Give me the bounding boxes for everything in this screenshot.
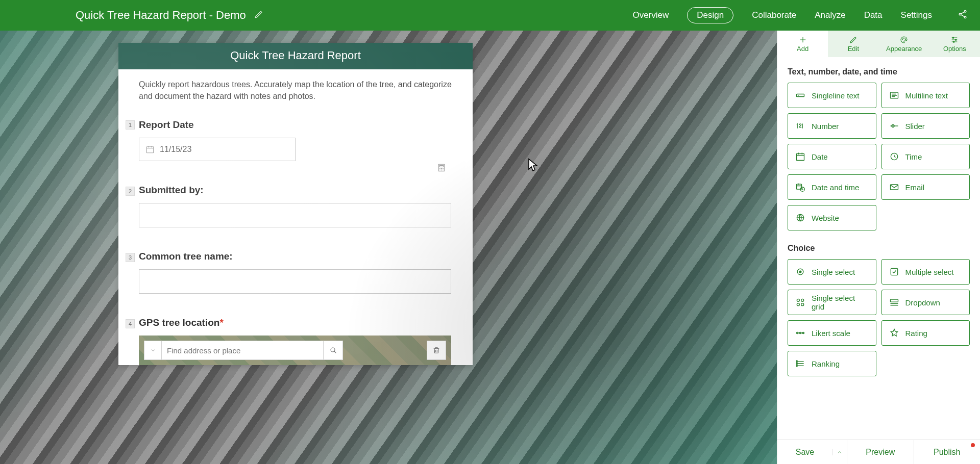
required-mark: * xyxy=(219,317,223,328)
text-input[interactable] xyxy=(139,203,451,227)
question-tree-name[interactable]: 3 Common tree name: xyxy=(139,227,452,294)
fieldtype-number[interactable]: Number xyxy=(788,113,876,139)
top-bar: Quick Tree Hazard Report - Demo Overview… xyxy=(0,0,980,31)
plus-icon xyxy=(799,36,807,44)
map-preview[interactable] xyxy=(139,336,451,365)
date-input[interactable]: 11/15/23 xyxy=(139,138,296,161)
svg-point-25 xyxy=(797,299,799,301)
question-number: 1 xyxy=(126,120,135,130)
fieldtype-single-select-grid[interactable]: Single select grid xyxy=(788,290,876,315)
fieldtype-rating[interactable]: Rating xyxy=(881,320,970,346)
clear-location-icon[interactable] xyxy=(427,341,446,360)
survey-title: Quick Tree Hazard Report - Demo xyxy=(76,9,246,22)
svg-point-9 xyxy=(905,39,905,39)
fieldtype-email[interactable]: Email xyxy=(881,174,970,200)
svg-point-8 xyxy=(903,38,904,38)
panel-tab-options[interactable]: Options xyxy=(929,31,980,57)
svg-point-7 xyxy=(902,39,902,39)
form-description: Quickly report hazardous trees. Accurate… xyxy=(139,79,452,102)
publish-button[interactable]: Publish xyxy=(914,440,981,464)
calendar-icon xyxy=(145,145,155,154)
question-report-date[interactable]: 1 Report Date 11/15/23 xyxy=(139,102,452,161)
svg-rect-5 xyxy=(439,166,444,167)
svg-point-28 xyxy=(801,303,804,306)
fieldtype-date[interactable]: Date xyxy=(788,144,876,169)
svg-point-2 xyxy=(964,16,966,18)
preview-button[interactable]: Preview xyxy=(847,440,914,464)
panel-tab-edit[interactable]: Edit xyxy=(828,31,878,57)
pencil-icon xyxy=(849,36,857,44)
fieldtype-multiline[interactable]: Multiline text xyxy=(881,83,970,108)
question-number: 4 xyxy=(126,319,135,328)
svg-rect-20 xyxy=(890,185,898,190)
map-search-input[interactable] xyxy=(162,341,323,359)
question-label: GPS tree location* xyxy=(139,317,452,328)
mouse-cursor xyxy=(528,158,539,172)
svg-point-12 xyxy=(953,41,955,42)
svg-point-11 xyxy=(955,39,957,40)
nav-design[interactable]: Design xyxy=(687,7,733,23)
panel-body: Text, number, date, and time Singleline … xyxy=(777,57,980,440)
svg-point-0 xyxy=(959,13,961,15)
section-title: Text, number, date, and time xyxy=(788,67,970,76)
form-title: Quick Tree Hazard Report xyxy=(118,43,473,69)
svg-rect-24 xyxy=(891,268,897,275)
fieldtype-dropdown[interactable]: Dropdown xyxy=(881,290,970,315)
svg-rect-29 xyxy=(890,299,898,302)
question-label: Common tree name: xyxy=(139,251,452,262)
save-button[interactable]: Save xyxy=(777,440,847,464)
palette-icon xyxy=(900,36,908,44)
date-value: 11/15/23 xyxy=(160,145,191,154)
panel-tabs: Add Edit Appearance Options xyxy=(777,31,980,57)
nav-collaborate[interactable]: Collaborate xyxy=(752,10,796,20)
section-title: Choice xyxy=(788,244,970,253)
main: Quick Tree Hazard Report Quickly report … xyxy=(0,31,980,464)
svg-point-23 xyxy=(799,271,802,273)
svg-point-6 xyxy=(331,348,335,352)
map-search xyxy=(144,341,343,360)
question-number: 2 xyxy=(126,187,135,196)
question-number: 3 xyxy=(126,253,135,262)
fieldtype-multiple-select[interactable]: Multiple select xyxy=(881,259,970,285)
share-icon[interactable] xyxy=(958,9,968,22)
fieldtype-time[interactable]: Time xyxy=(881,144,970,169)
panel-tab-add[interactable]: Add xyxy=(777,31,828,57)
text-input[interactable] xyxy=(139,269,451,294)
fieldtype-datetime[interactable]: Date and time xyxy=(788,174,876,200)
svg-rect-3 xyxy=(146,147,154,153)
fieldtype-singleline[interactable]: Singleline text xyxy=(788,83,876,108)
form-preview: Quick Tree Hazard Report Quickly report … xyxy=(118,43,473,365)
fieldtype-likert[interactable]: Likert scale xyxy=(788,320,876,346)
fieldtype-website[interactable]: Website xyxy=(788,205,876,230)
top-nav: Overview Design Collaborate Analyze Data… xyxy=(632,7,968,23)
edit-title-icon[interactable] xyxy=(254,10,263,21)
panel-footer: Save Preview Publish xyxy=(777,440,980,464)
question-gps-location[interactable]: 4 GPS tree location* xyxy=(139,294,452,365)
question-label: Report Date xyxy=(139,119,452,131)
search-icon[interactable] xyxy=(323,341,342,359)
nav-data[interactable]: Data xyxy=(864,10,883,20)
sliders-icon xyxy=(950,36,959,44)
calculation-icon[interactable] xyxy=(437,163,446,174)
nav-overview[interactable]: Overview xyxy=(632,10,669,20)
svg-point-26 xyxy=(801,299,804,301)
unsaved-indicator xyxy=(971,443,975,447)
design-canvas: Quick Tree Hazard Report Quickly report … xyxy=(0,31,777,464)
save-menu-caret[interactable] xyxy=(832,449,847,455)
svg-rect-16 xyxy=(797,153,804,160)
fieldtype-slider[interactable]: Slider xyxy=(881,113,970,139)
search-source-dropdown[interactable] xyxy=(144,341,162,359)
svg-point-27 xyxy=(797,303,799,306)
fieldtype-ranking[interactable]: Ranking xyxy=(788,351,876,376)
side-panel: Add Edit Appearance Options Text, number… xyxy=(777,31,980,464)
svg-point-10 xyxy=(952,37,954,38)
panel-tab-appearance[interactable]: Appearance xyxy=(879,31,929,57)
nav-analyze[interactable]: Analyze xyxy=(815,10,845,20)
nav-settings[interactable]: Settings xyxy=(901,10,932,20)
question-label: Submitted by: xyxy=(139,185,452,196)
svg-point-1 xyxy=(964,10,966,12)
svg-rect-13 xyxy=(797,94,804,97)
question-submitted-by[interactable]: 2 Submitted by: xyxy=(139,161,452,227)
fieldtype-single-select[interactable]: Single select xyxy=(788,259,876,285)
